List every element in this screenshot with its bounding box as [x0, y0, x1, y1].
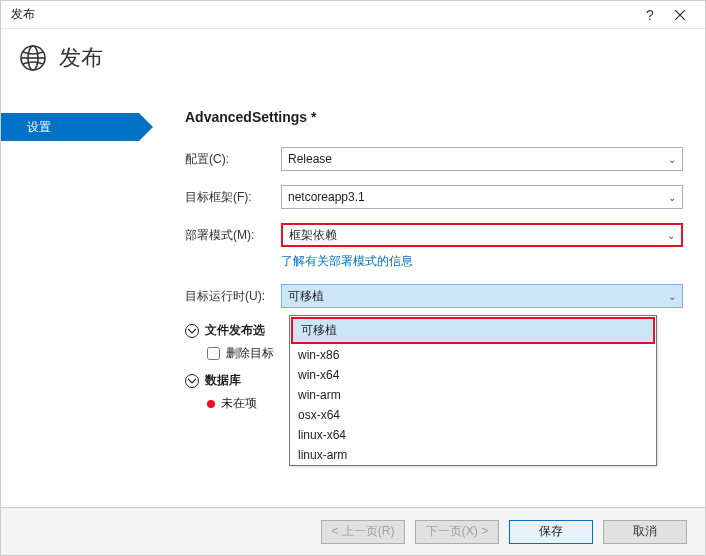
dropdown-option[interactable]: 可移植	[291, 317, 655, 344]
runtime-dropdown[interactable]: 可移植 win-x86 win-x64 win-arm osx-x64 linu…	[289, 315, 657, 466]
deploy-mode-value: 框架依赖	[289, 227, 337, 244]
group-file-publish-title: 文件发布选	[205, 322, 265, 339]
titlebar: 发布 ?	[1, 1, 705, 29]
chevron-down-icon: ⌄	[668, 192, 676, 203]
db-note: 未在项	[221, 395, 257, 412]
help-button[interactable]: ?	[635, 7, 665, 23]
prev-button[interactable]: < 上一页(R)	[321, 520, 405, 544]
deploy-mode-select[interactable]: 框架依赖 ⌄	[281, 223, 683, 247]
page-title: 发布	[59, 43, 103, 73]
chevron-down-icon: ⌄	[668, 291, 676, 302]
window-title: 发布	[11, 6, 635, 23]
framework-value: netcoreapp3.1	[288, 190, 365, 204]
deploy-info-link[interactable]: 了解有关部署模式的信息	[281, 253, 683, 270]
cancel-button[interactable]: 取消	[603, 520, 687, 544]
dropdown-option[interactable]: win-x64	[290, 365, 656, 385]
dropdown-option[interactable]: linux-arm	[290, 445, 656, 465]
sidebar: 设置	[1, 91, 179, 422]
chevron-down-icon: ⌄	[667, 230, 675, 241]
row-config: 配置(C): Release ⌄	[185, 147, 683, 171]
header: 发布	[1, 29, 705, 91]
collapse-icon	[185, 324, 199, 338]
dropdown-option[interactable]: linux-x64	[290, 425, 656, 445]
runtime-select[interactable]: 可移植 ⌄	[281, 284, 683, 308]
runtime-value: 可移植	[288, 288, 324, 305]
runtime-label: 目标运行时(U):	[185, 288, 281, 305]
config-value: Release	[288, 152, 332, 166]
deploy-mode-label: 部署模式(M):	[185, 227, 281, 244]
dropdown-option[interactable]: win-x86	[290, 345, 656, 365]
dropdown-option[interactable]: osx-x64	[290, 405, 656, 425]
globe-icon	[19, 44, 47, 72]
status-dot-icon	[207, 400, 215, 408]
framework-select[interactable]: netcoreapp3.1 ⌄	[281, 185, 683, 209]
group-database-title: 数据库	[205, 372, 241, 389]
footer: < 上一页(R) 下一页(X) > 保存 取消	[1, 507, 705, 555]
collapse-icon	[185, 374, 199, 388]
delete-target-label: 删除目标	[226, 345, 274, 362]
chevron-down-icon: ⌄	[668, 154, 676, 165]
next-button[interactable]: 下一页(X) >	[415, 520, 499, 544]
config-label: 配置(C):	[185, 151, 281, 168]
section-title: AdvancedSettings *	[185, 109, 683, 125]
delete-target-checkbox[interactable]	[207, 347, 220, 360]
framework-label: 目标框架(F):	[185, 189, 281, 206]
dropdown-option[interactable]: win-arm	[290, 385, 656, 405]
sidebar-tab-settings[interactable]: 设置	[1, 113, 139, 141]
row-deploy-mode: 部署模式(M): 框架依赖 ⌄	[185, 223, 683, 247]
close-button[interactable]	[665, 7, 695, 23]
config-select[interactable]: Release ⌄	[281, 147, 683, 171]
row-framework: 目标框架(F): netcoreapp3.1 ⌄	[185, 185, 683, 209]
save-button[interactable]: 保存	[509, 520, 593, 544]
row-runtime: 目标运行时(U): 可移植 ⌄	[185, 284, 683, 308]
